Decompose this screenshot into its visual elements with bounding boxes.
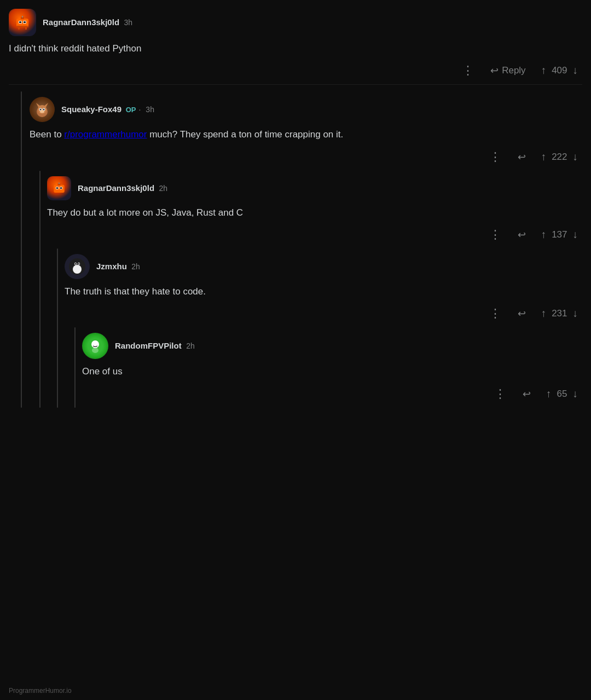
downvote-random[interactable]: ↓: [573, 388, 578, 400]
comment-text-jzmxhu: The truth is that they hate to code.: [65, 285, 582, 299]
svg-point-17: [43, 109, 45, 111]
reply-icon-random: ↩: [523, 388, 531, 400]
svg-rect-25: [59, 182, 60, 184]
vote-count-random: 65: [557, 389, 567, 400]
svg-rect-8: [18, 27, 20, 30]
avatar-fox-icon: [33, 101, 51, 118]
vote-count-squeaky: 222: [552, 152, 567, 163]
reply-icon-ragnar2: ↩: [518, 229, 526, 241]
text-post: much? They spend a ton of time crapping …: [147, 129, 343, 140]
svg-rect-23: [60, 187, 62, 189]
upvote-button[interactable]: ↑: [541, 65, 547, 77]
more-options-button[interactable]: ⋮: [462, 63, 475, 78]
svg-point-31: [75, 263, 76, 265]
vote-count-ragnar2: 137: [552, 229, 567, 240]
downvote-button[interactable]: ↓: [573, 65, 578, 77]
downvote-ragnar2[interactable]: ↓: [573, 229, 578, 241]
svg-rect-22: [56, 187, 59, 189]
username-ragnar2: RagnarDann3skj0ld: [78, 183, 154, 193]
thread-jzmxhu: Jzmxhu 2h The truth is that they hate to…: [47, 248, 582, 408]
header-random-name: RandomFPVPilot 2h: [115, 341, 195, 351]
thread-random: RandomFPVPilot 2h One of us ⋮: [65, 327, 582, 407]
username-jzmxhu: Jzmxhu: [96, 262, 127, 271]
thread-line-2: [39, 171, 40, 408]
more-options-jzmxhu[interactable]: ⋮: [489, 306, 502, 321]
comment-squeaky: Squeaky-Fox49 OP·3h Been to r/programmer…: [30, 91, 582, 407]
svg-point-16: [40, 109, 42, 111]
avatar-squeaky: [30, 97, 55, 122]
comment-header-ragnar2: RagnarDann3skj0ld 2h: [47, 176, 582, 200]
avatar-ragnar2: [47, 176, 71, 200]
comment-text-ragnar2: They do but a lot more on JS, Java, Rust…: [47, 206, 582, 220]
username-ragnar: RagnarDann3skj0ld: [43, 18, 119, 27]
thread-line-4: [74, 327, 76, 407]
comment-actions-random: ⋮ ↩ ↑ 65: [82, 385, 582, 403]
svg-rect-3: [19, 21, 21, 23]
timestamp-random: 2h: [186, 342, 195, 350]
svg-point-18: [40, 111, 44, 113]
svg-point-32: [78, 263, 79, 265]
timestamp-jzmxhu: 2h: [131, 262, 140, 271]
thread-content-4: RandomFPVPilot 2h One of us ⋮: [82, 327, 582, 407]
watermark: ProgrammerHumor.io: [9, 687, 72, 695]
avatar-random-icon: [86, 337, 105, 355]
thread-squeaky: Squeaky-Fox49 OP·3h Been to r/programmer…: [9, 91, 582, 407]
reply-button[interactable]: ↩ Reply: [490, 65, 525, 77]
username-row: RagnarDann3skj0ld 3h: [43, 18, 132, 27]
downvote-jzmxhu[interactable]: ↓: [573, 308, 578, 320]
avatar-ragnar2-icon: [51, 180, 67, 196]
comment-text-random: One of us: [82, 365, 582, 379]
subreddit-link[interactable]: r/programmerhumor: [64, 129, 147, 140]
comment-text-ragnar: I didn't think reddit hated Python: [9, 42, 582, 56]
comment-header: RagnarDann3skj0ld 3h: [9, 9, 582, 36]
svg-point-27: [73, 265, 82, 274]
timestamp-ragnar2: 2h: [159, 184, 168, 193]
more-options-squeaky[interactable]: ⋮: [489, 150, 502, 164]
upvote-jzmxhu[interactable]: ↑: [541, 308, 547, 320]
svg-point-39: [92, 348, 99, 353]
reply-button-squeaky[interactable]: ↩: [518, 151, 526, 163]
comment-ragnar-top: RagnarDann3skj0ld 3h I didn't think redd…: [9, 9, 582, 80]
thread-line-3: [57, 248, 58, 408]
thread-content-3: Jzmxhu 2h The truth is that they hate to…: [65, 248, 582, 408]
more-options-ragnar2[interactable]: ⋮: [489, 228, 502, 242]
comment-random: RandomFPVPilot 2h One of us ⋮: [82, 327, 582, 403]
avatar-ragnar: [9, 9, 36, 36]
comment-ragnar-2: RagnarDann3skj0ld 2h They do but a lot m…: [47, 171, 582, 408]
header-ragnar2-name: RagnarDann3skj0ld 2h: [78, 183, 167, 193]
reply-button-random[interactable]: ↩: [523, 388, 531, 400]
dot-sep: ·: [138, 105, 141, 114]
avatar-jzmxhu: [65, 254, 90, 279]
reply-icon: ↩: [490, 65, 499, 77]
vote-count-jzmxhu: 231: [552, 308, 567, 319]
svg-rect-4: [24, 21, 26, 23]
comment-actions-ragnar2: ⋮ ↩ ↑ 137 ↓: [47, 225, 582, 244]
avatar-icon: [13, 13, 32, 32]
upvote-ragnar2[interactable]: ↑: [541, 229, 547, 241]
divider: [9, 84, 582, 85]
comment-header-squeaky: Squeaky-Fox49 OP·3h: [30, 97, 582, 122]
op-badge: OP: [124, 106, 136, 114]
reply-label: Reply: [502, 65, 525, 76]
timestamp-ragnar: 3h: [124, 18, 133, 27]
upvote-squeaky[interactable]: ↑: [541, 151, 547, 163]
svg-rect-6: [22, 16, 23, 18]
thread-content-1: Squeaky-Fox49 OP·3h Been to r/programmer…: [30, 91, 582, 407]
more-options-random[interactable]: ⋮: [494, 387, 507, 401]
avatar-jzmxhu-icon: [68, 257, 86, 276]
upvote-random[interactable]: ↑: [546, 388, 552, 400]
votes-jzmxhu: ↑ 231 ↓: [541, 308, 578, 320]
votes-ragnar: ↑ 409 ↓: [541, 65, 578, 77]
comment-header-jzmxhu: Jzmxhu 2h: [65, 254, 582, 279]
votes-ragnar2: ↑ 137 ↓: [541, 229, 578, 241]
downvote-squeaky[interactable]: ↓: [573, 151, 578, 163]
username-squeaky: Squeaky-Fox49: [61, 105, 121, 114]
thread-line-1: [21, 91, 22, 407]
reply-icon-squeaky: ↩: [518, 151, 526, 163]
reply-button-jzmxhu[interactable]: ↩: [518, 308, 526, 320]
votes-random: ↑ 65 ↓: [546, 388, 578, 400]
reply-button-ragnar2[interactable]: ↩: [518, 229, 526, 241]
timestamp-squeaky: 3h: [146, 105, 154, 114]
header-jzmxhu-name: Jzmxhu 2h: [96, 262, 140, 271]
svg-rect-9: [25, 27, 27, 30]
